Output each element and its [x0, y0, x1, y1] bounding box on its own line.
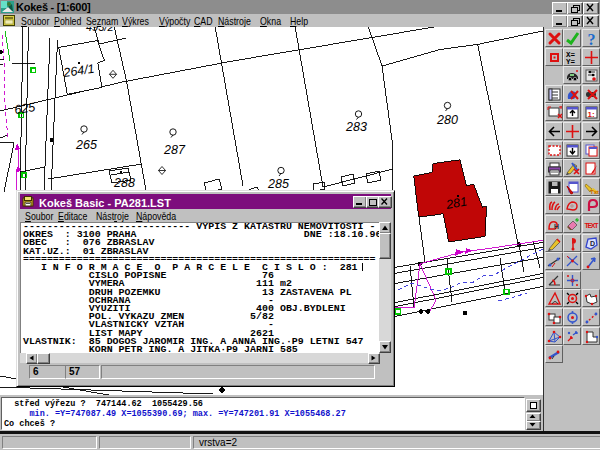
svg-text:288: 288 [113, 176, 135, 190]
svg-text:D: D [590, 240, 595, 247]
svg-text:TEXT: TEXT [584, 222, 599, 229]
svg-text:?: ? [587, 31, 595, 46]
svg-text:285: 285 [267, 177, 289, 191]
svg-text:Txt: Txt [590, 189, 599, 195]
svg-text:265: 265 [75, 138, 97, 152]
svg-text:283: 283 [345, 120, 367, 134]
svg-text:H: H [554, 223, 559, 230]
svg-text:493/2: 493/2 [86, 27, 114, 33]
svg-text:280: 280 [436, 113, 458, 127]
svg-text:625: 625 [13, 100, 36, 117]
svg-text:Y=: Y= [566, 58, 576, 65]
svg-text:287: 287 [163, 143, 186, 157]
svg-text:1:: 1: [587, 110, 594, 119]
